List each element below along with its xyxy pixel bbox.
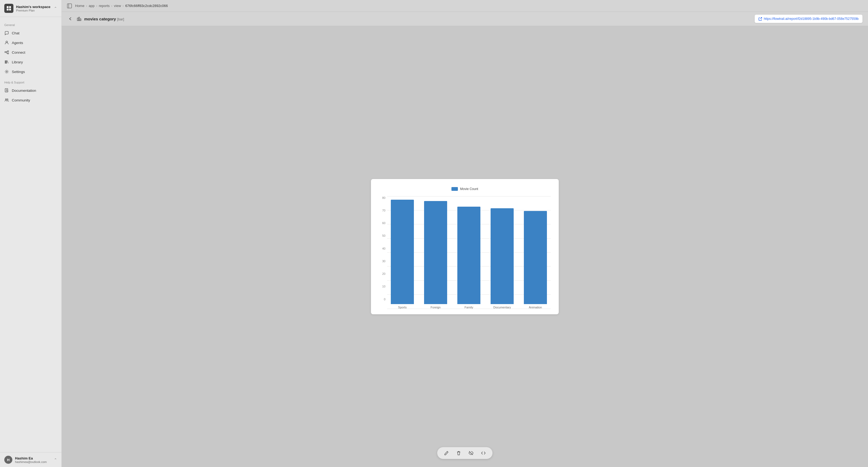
svg-rect-8 (5, 61, 6, 63)
sidebar-footer[interactable]: H Hashim Ea hashimea@outlook.com ⌃ (0, 452, 61, 467)
workspace-plan: Premium Plan (16, 9, 51, 12)
bar[interactable] (524, 211, 547, 304)
svg-point-4 (6, 41, 7, 43)
bar-category-label: Family (465, 306, 473, 309)
help-section-label: Help & Support (0, 77, 61, 86)
breadcrumb-view[interactable]: view (114, 4, 121, 8)
svg-rect-18 (80, 19, 81, 21)
user-email: hashimea@outlook.com (15, 460, 51, 464)
y-axis-label: 10 (379, 285, 387, 288)
general-section-label: General (0, 19, 61, 28)
chart-area: Movie Count 01020304050607080 SportsFore… (62, 26, 868, 467)
y-axis: 01020304050607080 (379, 196, 387, 309)
svg-point-10 (6, 71, 7, 72)
svg-rect-3 (9, 8, 11, 10)
sidebar-toggle-button[interactable] (67, 3, 72, 8)
sidebar-item-documentation[interactable]: Documentation (0, 86, 61, 95)
avatar: H (4, 456, 12, 464)
chart-container: Movie Count 01020304050607080 SportsFore… (371, 179, 559, 314)
documentation-icon (4, 88, 9, 93)
bar[interactable] (424, 201, 447, 304)
bar-group: Documentary (487, 196, 518, 309)
bar-category-label: Animation (529, 306, 542, 309)
workspace-logo (4, 4, 13, 13)
delete-button[interactable] (455, 449, 462, 457)
code-button[interactable] (479, 449, 487, 457)
chart-bar-icon (77, 17, 82, 21)
hide-button[interactable] (467, 449, 475, 457)
bar[interactable] (391, 200, 414, 304)
legend-label: Movie Count (460, 187, 478, 191)
bars-wrapper: SportsForeignFamilyDocumentaryAnimation (387, 196, 551, 309)
svg-rect-16 (77, 18, 78, 21)
y-axis-label: 40 (379, 247, 387, 250)
bar-group: Family (454, 196, 484, 309)
bars-area: SportsForeignFamilyDocumentaryAnimation (387, 196, 551, 309)
report-header: movies category [bar] https://flowtrail.… (62, 12, 868, 26)
svg-rect-5 (5, 52, 6, 53)
sidebar-item-library-label: Library (12, 60, 23, 64)
y-axis-label: 80 (379, 196, 387, 199)
svg-rect-6 (7, 51, 8, 52)
workspace-header[interactable]: Hashim's workspace Premium Plan ⌃ (0, 0, 61, 17)
report-external-link[interactable]: https://flowtrail.ai/report/f2d18895-1b9… (754, 14, 863, 23)
bar[interactable] (457, 207, 480, 304)
agents-icon (4, 40, 9, 45)
settings-icon (4, 69, 9, 74)
back-button[interactable] (67, 15, 74, 22)
breadcrumb-app[interactable]: app (89, 4, 95, 8)
y-axis-label: 60 (379, 222, 387, 225)
svg-rect-1 (9, 6, 11, 8)
connect-icon (4, 50, 9, 55)
breadcrumb-id: 676fc66ff83c2cdc2892c066 (125, 4, 168, 8)
breadcrumb-reports[interactable]: reports (99, 4, 110, 8)
svg-rect-0 (7, 6, 8, 8)
report-link-text: https://flowtrail.ai/report/f2d18895-1b9… (764, 17, 859, 21)
sidebar-item-community[interactable]: Community (0, 95, 61, 105)
sidebar-item-chat-label: Chat (12, 31, 20, 35)
legend-color-swatch (452, 187, 458, 191)
sidebar-item-agents[interactable]: Agents (0, 38, 61, 48)
edit-button[interactable] (442, 449, 450, 457)
sidebar-item-documentation-label: Documentation (12, 89, 36, 93)
library-icon (4, 60, 9, 64)
user-name: Hashim Ea (15, 456, 51, 460)
bar[interactable] (491, 208, 514, 304)
bar-group: Sports (387, 196, 417, 309)
chat-icon (4, 31, 9, 35)
y-axis-label: 0 (379, 298, 387, 301)
bar-category-label: Documentary (493, 306, 511, 309)
report-title: movies category [bar] (84, 17, 124, 21)
topbar: Home › app › reports › view › 676fc66ff8… (62, 0, 868, 12)
svg-rect-17 (79, 17, 80, 21)
bottom-toolbar (437, 447, 493, 459)
workspace-name: Hashim's workspace (16, 5, 51, 9)
report-type-badge: [bar] (117, 17, 124, 21)
user-chevron-icon: ⌃ (54, 458, 57, 462)
sidebar-item-community-label: Community (12, 98, 30, 102)
sidebar-item-library[interactable]: Library (0, 57, 61, 67)
sidebar-item-settings[interactable]: Settings (0, 67, 61, 77)
svg-rect-7 (7, 53, 8, 54)
bar-category-label: Sports (398, 306, 407, 309)
sidebar-item-agents-label: Agents (12, 41, 23, 45)
report-title-section: movies category [bar] (67, 15, 124, 22)
svg-point-14 (7, 99, 8, 100)
svg-rect-12 (7, 90, 8, 92)
main-content: Home › app › reports › view › 676fc66ff8… (62, 0, 868, 467)
svg-rect-9 (6, 61, 7, 63)
bar-chart: 01020304050607080 SportsForeignFamilyDoc… (379, 196, 551, 309)
breadcrumb: Home › app › reports › view › 676fc66ff8… (75, 4, 168, 8)
user-info: Hashim Ea hashimea@outlook.com (15, 456, 51, 464)
sidebar-nav: General Chat Agents (0, 17, 61, 452)
sidebar-item-chat[interactable]: Chat (0, 28, 61, 38)
breadcrumb-home[interactable]: Home (75, 4, 85, 8)
chart-legend: Movie Count (379, 187, 551, 191)
bar-category-label: Foreign (431, 306, 440, 309)
sidebar-item-connect[interactable]: Connect (0, 48, 61, 57)
workspace-chevron-icon: ⌃ (54, 6, 57, 10)
svg-rect-2 (7, 8, 8, 10)
sidebar: Hashim's workspace Premium Plan ⌃ Genera… (0, 0, 62, 467)
bar-group: Foreign (420, 196, 451, 309)
y-axis-label: 50 (379, 234, 387, 237)
